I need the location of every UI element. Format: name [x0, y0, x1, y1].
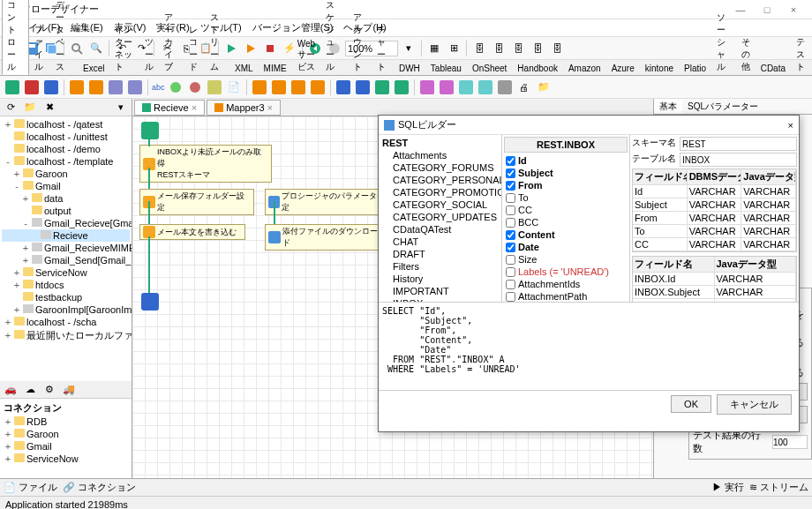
tab-file[interactable]: ファイル [29, 22, 51, 75]
tab-onsheet[interactable]: OnSheet [467, 62, 512, 75]
tab-webservice[interactable]: Webサービス [292, 37, 320, 75]
field-item[interactable]: Subject [504, 167, 628, 179]
tab-chart[interactable]: チャート [372, 22, 394, 75]
palette-icon[interactable] [23, 79, 41, 96]
collapse-icon[interactable]: ▾ [112, 99, 130, 116]
tab-azure[interactable]: Azure [606, 62, 640, 75]
palette-icon[interactable] [107, 79, 124, 96]
tree-item[interactable]: +Garoon [2, 168, 130, 180]
palette-icon[interactable] [126, 79, 144, 96]
field-item[interactable]: Id [504, 154, 628, 167]
palette-icon[interactable] [270, 79, 288, 96]
sql-preview[interactable]: SELECT "Id", "Subject", "From", "Content… [379, 303, 799, 391]
tree-item[interactable]: -Gmail_Recieve[Gmail_Recieve.xfp] [2, 217, 130, 229]
end-node[interactable] [141, 293, 159, 311]
tab-account[interactable]: アカウント [348, 10, 372, 75]
schema-root[interactable]: REST [380, 137, 500, 149]
conn-servicenow[interactable]: +ServiceNow [2, 453, 130, 465]
tab-amazon[interactable]: Amazon [563, 62, 606, 75]
tab-platio[interactable]: Platio [679, 62, 711, 75]
tree-item[interactable]: -Gmail [2, 180, 130, 192]
palette-icon[interactable] [206, 79, 223, 96]
palette-icon[interactable] [438, 79, 455, 96]
schema-item[interactable]: CDataQATest [380, 223, 500, 236]
tree-item[interactable]: +最近開いたローカルファイル [2, 328, 130, 343]
schema-item[interactable]: IMPORTANT [380, 285, 500, 297]
palette-icon[interactable]: 🖨 [515, 79, 533, 96]
field-checkbox[interactable] [506, 206, 515, 215]
tab-excel[interactable]: Excel [78, 62, 109, 75]
tab-tableau[interactable]: Tableau [425, 62, 467, 75]
tab-dwh[interactable]: DWH [394, 62, 425, 75]
btab-connection[interactable]: 🔗 コネクション [63, 481, 136, 494]
rows-input[interactable] [772, 435, 808, 449]
btab-stream[interactable]: ≋ ストリーム [749, 481, 808, 494]
car-icon[interactable]: 🚗 [2, 381, 19, 399]
tab-handbook[interactable]: Handbook [512, 62, 563, 75]
field-item[interactable]: From [504, 179, 628, 191]
tree-item[interactable]: +Gmail_Send[Gmail_Send.xfp] [2, 254, 130, 266]
palette-icon[interactable] [42, 79, 60, 96]
debug-icon[interactable] [242, 40, 259, 57]
tab-stream[interactable]: ストリーム [205, 10, 229, 75]
tree-item[interactable]: localhost - /unittest [2, 131, 130, 143]
tree-item[interactable]: testbackup [2, 291, 130, 303]
tree-item[interactable]: localhost - /demo [2, 143, 130, 155]
tab-archive[interactable]: アーカイブ [159, 10, 184, 75]
field-item[interactable]: Content [504, 228, 628, 241]
truck-icon[interactable]: 🚚 [60, 381, 78, 399]
palette-abc-icon[interactable]: abc [152, 79, 165, 96]
field-checkbox[interactable] [506, 243, 515, 252]
close-button[interactable]: × [780, 1, 807, 19]
schema-item[interactable]: DRAFT [380, 248, 500, 260]
field-grid-1[interactable]: フィールド名DBMSデータ..Javaデータ型IdVARCHARVARCHARS… [632, 168, 797, 252]
palette-icon[interactable] [373, 79, 391, 96]
tree-item[interactable]: -localhost - /template [2, 155, 130, 168]
delete-icon[interactable]: ✖ [41, 99, 58, 116]
schema-item[interactable]: Attachments [380, 149, 500, 161]
binoculars-icon[interactable]: 🔍 [87, 40, 105, 57]
dialog-close-icon[interactable]: × [788, 120, 793, 131]
grid-icon[interactable]: ▦ [425, 40, 443, 57]
stop-icon[interactable] [261, 40, 279, 57]
project-tree[interactable]: +localhost - /qatest localhost - /unitte… [0, 116, 132, 381]
schema-tree[interactable]: REST AttachmentsCATEGORY_FORUMSCATEGORY_… [379, 135, 502, 302]
schema-item[interactable]: CATEGORY_UPDATES [380, 211, 500, 223]
rtab-basic[interactable]: 基本 [654, 99, 682, 114]
rtab-sqlparam[interactable]: SQLパラメーター [682, 99, 763, 114]
palette-icon[interactable] [4, 79, 21, 96]
tree-item[interactable]: +Gmail_RecieveMIME[Gmail_Recieve] [2, 242, 130, 254]
tree-item[interactable]: +ServiceNow [2, 266, 130, 279]
tree-item[interactable]: Recieve [2, 229, 130, 242]
field-checkbox[interactable] [506, 181, 515, 191]
conn-rdb[interactable]: +RDB [2, 415, 130, 428]
schema-item[interactable]: History [380, 273, 500, 285]
schema-item[interactable]: CATEGORY_FORUMS [380, 161, 500, 174]
field-checkbox[interactable] [506, 168, 515, 178]
palette-icon[interactable] [309, 79, 327, 96]
field-item[interactable]: Labels (= 'UNREAD') [504, 266, 628, 278]
field-checkbox[interactable] [506, 193, 515, 203]
flow-node[interactable]: メール保存フォルダー設定 [139, 189, 254, 215]
db-icon[interactable]: 🗄 [470, 40, 488, 57]
tab-mime[interactable]: MIME [259, 62, 292, 75]
palette-icon[interactable] [393, 79, 410, 96]
tree-item[interactable]: +htdocs [2, 279, 130, 291]
db5-icon[interactable]: 🗄 [548, 40, 566, 57]
palette-icon[interactable] [457, 79, 475, 96]
palette-icon[interactable] [68, 79, 86, 96]
table-input[interactable] [680, 153, 797, 167]
zoom-dropdown-icon[interactable]: ▾ [400, 40, 417, 57]
field-item[interactable]: AttachmentPath [504, 290, 628, 302]
tab-control[interactable]: コントロール [2, 0, 29, 75]
field-checkbox[interactable] [506, 218, 515, 228]
field-list[interactable]: REST.INBOX IdSubjectFromToCCBCCContentDa… [502, 135, 630, 302]
close-icon[interactable]: × [192, 102, 197, 113]
btab-exec[interactable]: ▶ 実行 [712, 481, 744, 494]
field-item[interactable]: Size [504, 253, 628, 266]
field-item[interactable]: To [504, 191, 628, 204]
field-item[interactable]: BCC [504, 216, 628, 228]
palette-icon[interactable] [87, 79, 105, 96]
tree-item[interactable]: output [2, 205, 130, 217]
db4-icon[interactable]: 🗄 [529, 40, 546, 57]
